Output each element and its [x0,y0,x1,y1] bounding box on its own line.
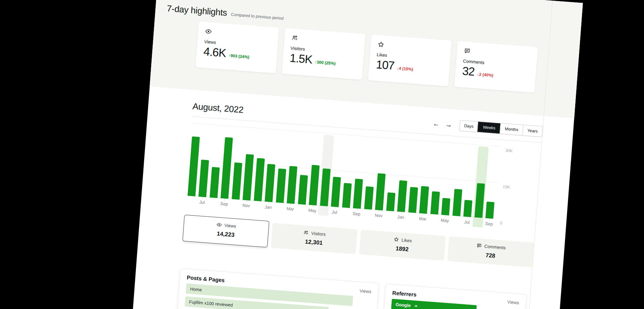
views-bar[interactable] [419,186,429,214]
posts-pages-module: Posts & Pages Views Home Fujifilm x100 r… [176,268,379,309]
views-bar[interactable] [397,180,407,212]
y-axis-label: 30K [505,148,513,153]
card-value: 107 [376,58,395,72]
list-item-label: Home [190,286,202,292]
views-bar[interactable] [287,166,297,204]
summary-tab-likes[interactable]: Likes 1892 [359,230,446,261]
card-delta: ↓2 (40%) [477,72,493,80]
x-axis-slot: Sep [218,198,230,210]
card-delta: ↑300 (25%) [314,60,336,68]
posts-pages-title: Posts & Pages [187,275,225,283]
highlight-card-visitors: Visitors 1.5K ↑300 (25%) [282,28,365,80]
x-axis-slot: Nov [240,200,252,212]
x-axis-slot [428,214,440,226]
views-bar[interactable] [441,198,451,215]
summary-tab-visitors[interactable]: Visitors 12,301 [271,223,358,254]
list-item-label: Fujifilm x100 reviewed [189,299,233,308]
range-tabs: DaysWeeksMonthsYears [459,120,543,137]
card-value: 1.5K [289,52,313,66]
views-bar[interactable] [375,173,386,210]
range-tab-months[interactable]: Months [500,124,523,135]
summary-tab-value: 728 [448,249,533,262]
range-tab-years[interactable]: Years [522,125,543,137]
summary-tab-value: 1892 [359,243,445,256]
summary-tab-label: Likes [402,237,412,243]
x-axis-slot [406,212,418,225]
x-axis-slot [317,206,329,218]
x-axis-slot: Sep [483,218,495,230]
chevron-up-icon [414,304,419,308]
views-bar[interactable] [309,165,320,205]
views-bar[interactable] [243,154,254,200]
list-item-label: Google [395,302,411,308]
x-axis-slot: Jul [329,207,341,219]
eye-icon [205,28,212,35]
x-axis-slot: Jan [395,211,407,224]
x-axis-slot [362,209,374,221]
views-bar[interactable] [486,201,495,219]
summary-tab-value: 14,223 [183,228,268,241]
x-axis-slot: May [307,205,318,217]
referrers-views-column-header: Views [507,299,519,306]
x-axis-slot: Nov [373,210,384,222]
posts-views-column-header: Views [359,288,371,294]
stats-main-section: August, 2022 ← → DaysWeeksMonthsYears Ju… [132,86,574,309]
referrers-module: Referrers Views Google 6.2K [382,284,527,309]
views-bar[interactable] [386,192,395,211]
x-axis-slot [251,201,263,213]
list-item-views [357,301,371,302]
x-axis-slot: Jul [461,216,473,229]
visitors-icon [303,230,309,235]
range-tab-days[interactable]: Days [459,120,478,132]
period-heading: August, 2022 [192,101,244,115]
star-icon [394,237,399,242]
x-axis-slot [295,204,307,216]
card-value: 4.6K [203,45,226,60]
views-bar[interactable] [331,177,341,207]
range-tab-weeks[interactable]: Weeks [477,121,501,134]
views-bar[interactable] [199,160,209,197]
x-axis-slot [207,197,219,210]
views-bar[interactable] [364,186,374,210]
y-axis-label: 15K [503,184,510,190]
next-period-button[interactable]: → [445,121,452,128]
views-bar[interactable] [353,179,363,209]
highlights-title: 7-day highlights [167,3,227,18]
x-axis-slot: Mar [284,203,296,215]
highlight-card-likes: Likes 107 ↓4 (15%) [368,34,452,86]
card-delta: ↓4 (15%) [396,66,413,74]
views-bar[interactable] [452,189,462,216]
x-axis-slot: Mar [417,213,429,225]
views-bar[interactable] [265,164,275,202]
views-bar[interactable] [464,200,473,217]
x-axis-slot [229,199,241,211]
views-bar[interactable] [298,175,308,205]
summary-tab-label: Comments [484,244,506,250]
x-axis-slot: Sep [350,208,362,220]
x-axis-slot: Jan [262,201,274,214]
eye-icon [216,222,222,228]
views-bar[interactable] [430,191,440,215]
card-delta: ↑903 (24%) [228,53,250,62]
views-bar[interactable] [232,162,242,199]
views-bar[interactable] [276,168,286,203]
highlight-card-comments: Comments 32 ↓2 (40%) [454,41,538,93]
views-bar[interactable] [408,187,418,213]
summary-tab-views[interactable]: Views 14,223 [183,215,269,248]
card-value: 32 [462,65,475,78]
x-axis-slot [273,202,285,214]
star-icon [377,41,384,48]
x-axis-slot [185,196,197,208]
x-axis-slot [450,215,462,228]
views-bar[interactable] [342,183,351,208]
views-bar[interactable] [209,167,220,198]
comment-icon [464,47,471,54]
x-axis-slot [384,211,396,223]
chart-y-axis: 30K15K0 [494,143,538,233]
views-bar[interactable] [254,158,265,201]
summary-tab-comments[interactable]: Comments 728 [447,236,534,267]
highlights-subtitle: Compared to previous period [231,12,284,22]
previous-period-button[interactable]: ← [433,120,440,127]
referrers-title: Referrers [392,290,417,298]
x-axis-slot [472,217,484,229]
